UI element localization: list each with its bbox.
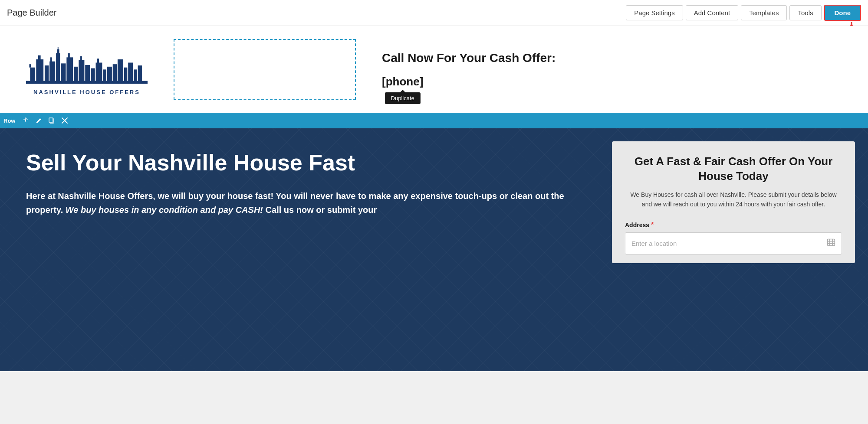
top-bar: Page Builder Page Settings Add Content T… — [0, 0, 868, 26]
svg-rect-2 — [30, 67, 35, 82]
svg-rect-22 — [103, 69, 106, 82]
svg-rect-9 — [56, 53, 60, 82]
svg-rect-28 — [134, 69, 137, 82]
top-bar-actions: Page Settings Add Content Templates Tool… — [626, 5, 861, 21]
row-duplicate-button[interactable] — [46, 114, 58, 127]
address-input[interactable]: Enter a location — [625, 232, 842, 254]
wrench-icon — [35, 117, 42, 124]
svg-rect-23 — [107, 66, 112, 82]
row-move-button[interactable] — [20, 114, 32, 127]
phone-text: [phone] — [382, 75, 423, 88]
address-label: Address * — [625, 221, 842, 229]
svg-rect-11 — [58, 47, 59, 50]
hero-section: Sell Your Nashville House Fast Here at N… — [0, 128, 868, 371]
svg-rect-8 — [50, 57, 52, 62]
svg-rect-20 — [96, 62, 102, 82]
svg-rect-12 — [61, 63, 66, 82]
tools-button[interactable]: Tools — [789, 5, 821, 20]
header-section: NASHVILLE HOUSE OFFERS Call Now For Your… — [0, 26, 868, 113]
svg-rect-21 — [97, 59, 99, 63]
address-placeholder: Enter a location — [631, 240, 677, 247]
logo-text: NASHVILLE HOUSE OFFERS — [33, 89, 140, 95]
form-card-desc: We Buy Houses for cash all over Nashvill… — [625, 190, 842, 209]
svg-rect-24 — [113, 64, 117, 82]
svg-rect-29 — [138, 65, 142, 82]
svg-rect-17 — [80, 56, 82, 61]
svg-rect-25 — [118, 59, 123, 82]
svg-rect-14 — [68, 53, 70, 58]
location-icon — [827, 238, 835, 249]
svg-rect-36 — [828, 239, 835, 246]
logo-area: NASHVILLE HOUSE OFFERS — [17, 44, 156, 95]
call-title: Call Now For Your Cash Offer: — [382, 50, 851, 66]
page-content: NASHVILLE HOUSE OFFERS Call Now For Your… — [0, 26, 868, 371]
page-settings-button[interactable]: Page Settings — [626, 5, 683, 20]
svg-rect-5 — [38, 55, 41, 60]
svg-rect-15 — [74, 66, 78, 82]
hero-right: Get A Fast & Fair Cash Offer On Your Hou… — [599, 128, 868, 371]
required-star: * — [651, 221, 654, 229]
copy-icon — [48, 117, 55, 124]
duplicate-tooltip: Duplicate — [385, 92, 421, 104]
templates-button[interactable]: Templates — [741, 5, 787, 20]
svg-rect-33 — [49, 118, 53, 122]
phone-wrapper: [phone] Duplicate — [382, 75, 423, 88]
done-button[interactable]: Done — [824, 5, 861, 21]
svg-rect-13 — [66, 57, 73, 82]
svg-rect-19 — [91, 68, 95, 82]
add-content-button[interactable]: Add Content — [686, 5, 738, 20]
svg-rect-3 — [29, 64, 31, 67]
placeholder-box[interactable] — [174, 39, 356, 100]
hero-body-end: Call us now or submit your — [266, 205, 377, 215]
call-section: Call Now For Your Cash Offer: [phone] Du… — [373, 50, 851, 88]
svg-rect-16 — [79, 60, 84, 81]
row-delete-button[interactable] — [59, 114, 71, 127]
form-card-title: Get A Fast & Fair Cash Offer On Your Hou… — [625, 154, 842, 184]
hero-body: Here at Nashville House Offers, we will … — [26, 189, 577, 217]
hero-heading: Sell Your Nashville House Fast — [26, 150, 577, 176]
svg-rect-26 — [124, 67, 127, 82]
svg-rect-6 — [45, 65, 49, 82]
move-icon — [22, 117, 29, 124]
hero-body-bold-italic: We buy houses in any condition and pay C… — [66, 205, 263, 215]
svg-rect-30 — [26, 81, 148, 84]
row-toolbar: Row — [0, 113, 868, 128]
nashville-skyline-logo — [26, 44, 148, 87]
row-settings-button[interactable] — [33, 114, 45, 127]
svg-point-31 — [25, 120, 26, 121]
form-card: Get A Fast & Fair Cash Offer On Your Hou… — [612, 141, 855, 263]
svg-rect-4 — [36, 59, 43, 82]
svg-rect-7 — [49, 61, 55, 82]
page-title: Page Builder — [7, 8, 57, 18]
done-button-wrapper: Done — [824, 5, 861, 21]
close-icon — [62, 117, 68, 124]
svg-rect-18 — [85, 65, 90, 82]
svg-rect-27 — [128, 62, 133, 82]
row-label: Row — [3, 117, 15, 124]
hero-left: Sell Your Nashville House Fast Here at N… — [0, 128, 599, 371]
